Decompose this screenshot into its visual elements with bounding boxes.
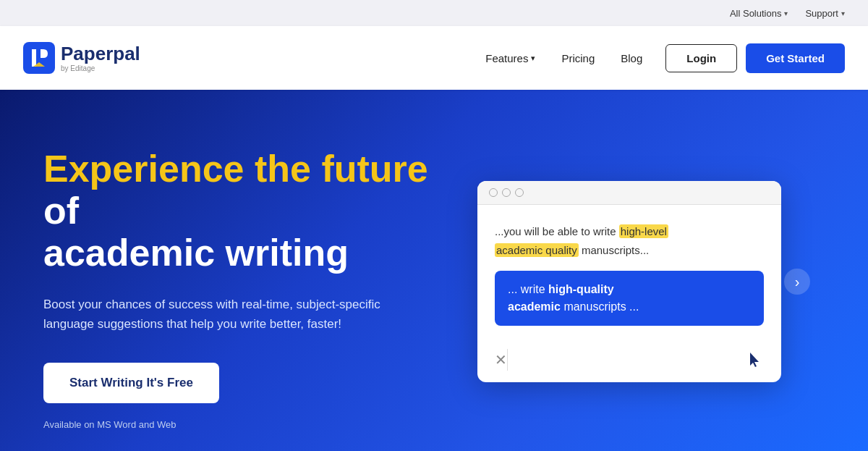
hero-mockup-area: ...you will be able to write high-level … bbox=[434, 181, 825, 382]
login-button[interactable]: Login bbox=[665, 44, 737, 72]
all-solutions-menu[interactable]: All Solutions ▾ bbox=[730, 8, 788, 19]
cta-button[interactable]: Start Writing It's Free bbox=[43, 363, 219, 403]
logo-icon bbox=[23, 42, 55, 74]
header: Paperpal by Editage Features ▾ Pricing B… bbox=[0, 26, 868, 90]
all-solutions-label: All Solutions bbox=[730, 8, 782, 19]
nav-pricing[interactable]: Pricing bbox=[561, 52, 595, 64]
features-chevron-icon: ▾ bbox=[531, 54, 535, 63]
mockup-dots bbox=[489, 188, 524, 197]
hero-headline-of: of bbox=[43, 190, 79, 232]
dot-3 bbox=[515, 188, 524, 197]
support-chevron-icon: ▾ bbox=[841, 9, 845, 17]
mockup-body: ...you will be able to write high-level … bbox=[477, 205, 781, 340]
mockup-actions: ✕ bbox=[477, 340, 781, 382]
available-text: Available on MS Word and Web bbox=[43, 419, 434, 430]
solutions-chevron-icon: ▾ bbox=[784, 9, 788, 17]
logo-sub: by Editage bbox=[61, 64, 140, 72]
mockup-highlight-academic: academic quality bbox=[495, 243, 579, 257]
main-nav: Features ▾ Pricing Blog bbox=[485, 52, 642, 64]
svg-rect-1 bbox=[36, 49, 41, 58]
top-bar: All Solutions ▾ Support ▾ bbox=[0, 0, 868, 26]
nav-blog[interactable]: Blog bbox=[621, 52, 642, 64]
logo[interactable]: Paperpal by Editage bbox=[23, 42, 140, 74]
logo-name: Paperpal bbox=[61, 44, 140, 63]
get-started-button[interactable]: Get Started bbox=[746, 43, 845, 73]
dot-1 bbox=[489, 188, 498, 197]
arrow-icon: › bbox=[795, 274, 800, 290]
support-label: Support bbox=[805, 8, 838, 19]
hero-content: Experience the future of academic writin… bbox=[43, 133, 434, 430]
hero-headline-yellow: Experience the future bbox=[43, 148, 428, 190]
dot-2 bbox=[502, 188, 511, 197]
hero-section: Experience the future of academic writin… bbox=[0, 90, 868, 451]
support-menu[interactable]: Support ▾ bbox=[805, 8, 845, 19]
mockup-suggestion-box: ... write high-quality academic manuscri… bbox=[495, 271, 764, 326]
mockup-close-icon[interactable]: ✕ bbox=[495, 351, 507, 368]
hero-headline: Experience the future of academic writin… bbox=[43, 148, 434, 274]
mockup-text-line1: ...you will be able to write high-level … bbox=[495, 222, 764, 259]
hero-subtext: Boost your chances of success with real-… bbox=[43, 295, 391, 334]
mockup-highlight-high-level: high-level bbox=[619, 224, 668, 238]
mockup-cursor-icon bbox=[746, 351, 764, 368]
next-arrow-button[interactable]: › bbox=[784, 269, 810, 295]
nav-features[interactable]: Features ▾ bbox=[485, 52, 535, 64]
hero-headline-main: academic writing bbox=[43, 232, 349, 274]
mockup-card: ...you will be able to write high-level … bbox=[477, 181, 781, 382]
mockup-title-bar bbox=[477, 181, 781, 205]
mockup-divider bbox=[507, 349, 508, 371]
